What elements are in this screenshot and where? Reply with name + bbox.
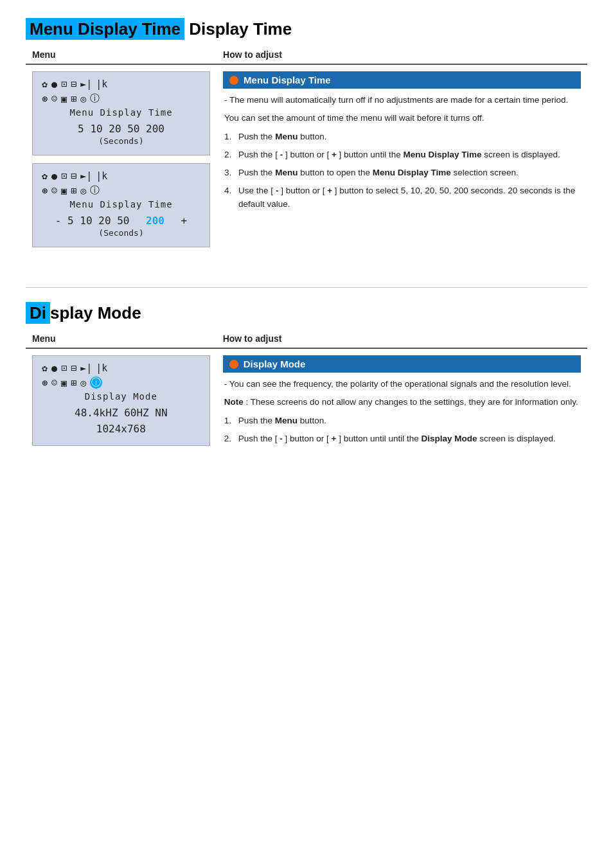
circle-icon: ● [51, 78, 57, 90]
pill-icon2: ▣ [61, 185, 67, 197]
sun-icon: ✿ [42, 78, 48, 90]
section1-title: Menu Display Time Display Time [26, 19, 587, 39]
section1-step4: 4. Use the [ - ] button or [ + ] button … [224, 184, 580, 211]
section1-monitor2-values: - 5 10 20 50 200 + [42, 215, 200, 227]
save-icon3: ⊟ [71, 362, 76, 374]
section2-how-text: - You can see the frequency, the polarit… [223, 378, 581, 445]
how-dot-icon2 [229, 360, 238, 369]
circle-icon2: ● [51, 170, 57, 182]
section2-desc1: - You can see the frequency, the polarit… [224, 378, 580, 391]
section2-how-title-text: Display Mode [244, 359, 306, 369]
section1-how-title-bar: Menu Display Time [223, 71, 581, 89]
step-text: Push the Menu button. [238, 414, 580, 427]
section1-monitor1: ✿ ● ⊡ ⊟ ►| |k ⊛ ☺ ▣ ⊞ ◎ [32, 71, 210, 155]
highlighted-value: 200 [146, 215, 164, 227]
section2-monitor1-icons1: ✿ ● ⊡ ⊟ ►| |k [42, 362, 200, 374]
step-text: Push the Menu button to open the Menu Di… [238, 166, 580, 179]
section1-how-col: Menu Display Time - The menu will automa… [217, 64, 587, 261]
section2-monitor1-icons2: ⊛ ☺ ▣ ⊞ ◎ ⓘ [42, 376, 200, 389]
box-icon2: ⊞ [71, 185, 76, 197]
section2-title: Display Mode [26, 303, 587, 323]
k-icon: |k [96, 78, 107, 90]
section1-title-highlight: Menu Display Time [26, 18, 184, 40]
arrow-icon3: ►| [80, 362, 92, 374]
section1-table: Menu How to adjust ✿ ● ⊡ ⊟ ►| |k [26, 46, 587, 261]
section1-title-rest: Display Time [184, 19, 292, 39]
info-icon3: ⓘ [90, 376, 102, 389]
section2-monitor1-line2: 1024x768 [42, 423, 200, 435]
section-divider [26, 287, 587, 288]
step-text: Push the [ - ] button or [ + ] button un… [238, 148, 580, 161]
section2-menu-col: ✿ ● ⊡ ⊟ ►| |k ⊛ ☺ ▣ ⊞ ◎ [26, 348, 217, 460]
info-icon2: ⓘ [90, 184, 100, 197]
arrow-icon2: ►| [80, 170, 92, 182]
section1-monitor2-unit: (Seconds) [42, 228, 200, 238]
step-text: Push the Menu button. [238, 130, 580, 143]
step-num: 3. [224, 166, 236, 179]
step-text: Use the [ - ] button or [ + ] button to … [238, 184, 580, 211]
section1-menu-col: ✿ ● ⊡ ⊟ ►| |k ⊛ ☺ ▣ ⊞ ◎ [26, 64, 217, 261]
face-icon2: ☺ [51, 185, 57, 197]
plant-icon3: ⊛ [42, 377, 48, 389]
section2: Display Mode Menu How to adjust ✿ ● ⊡ ⊟ [26, 303, 587, 460]
section1-monitor1-unit: (Seconds) [42, 136, 200, 146]
face-icon: ☺ [51, 93, 57, 105]
sun-icon2: ✿ [42, 170, 48, 182]
step-num: 1. [224, 130, 236, 143]
step-text: Push the [ - ] button or [ + ] button un… [238, 432, 580, 445]
section2-title-highlight: Di [26, 302, 50, 324]
section1-step2: 2. Push the [ - ] button or [ + ] button… [224, 148, 580, 161]
monitor-icon2: ⊡ [61, 170, 67, 182]
section1-monitor2-label: Menu Display Time [42, 199, 200, 209]
section1-desc2: You can set the amount of time the menu … [224, 112, 580, 125]
section2-table: Menu How to adjust ✿ ● ⊡ ⊟ ►| |k [26, 330, 587, 460]
minus-nav: - 5 10 20 50 [55, 215, 130, 227]
save-icon2: ⊟ [71, 170, 76, 182]
section1-step3: 3. Push the Menu button to open the Menu… [224, 166, 580, 179]
sun-icon3: ✿ [42, 362, 48, 374]
eye-icon2: ◎ [80, 185, 86, 197]
section1: Menu Display Time Display Time Menu How … [26, 19, 587, 261]
circle-icon3: ● [51, 362, 57, 374]
eye-icon3: ◎ [80, 377, 86, 389]
section2-note: Note : These screens do not allow any ch… [224, 396, 580, 409]
section2-menu-header: Menu [26, 330, 217, 348]
info-icon: ⓘ [90, 93, 100, 105]
step-num: 1. [224, 414, 236, 427]
section2-monitor1-label: Display Mode [42, 391, 200, 402]
plus-nav: + [181, 215, 188, 227]
section2-monitor1: ✿ ● ⊡ ⊟ ►| |k ⊛ ☺ ▣ ⊞ ◎ [32, 355, 210, 446]
step-num: 2. [224, 148, 236, 161]
plant-icon: ⊛ [42, 93, 48, 105]
arrow-icon: ►| [80, 78, 92, 90]
section2-how-col: Display Mode - You can see the frequency… [217, 348, 587, 460]
section2-how-title-bar: Display Mode [223, 355, 581, 373]
box-icon: ⊞ [71, 93, 76, 105]
section1-step1: 1. Push the Menu button. [224, 130, 580, 143]
k-icon3: |k [96, 362, 107, 374]
step-num: 2. [224, 432, 236, 445]
section1-how-text: - The menu will automatically turn off i… [223, 94, 581, 211]
section1-menu-header: Menu [26, 46, 217, 64]
section1-monitor2-icons2: ⊛ ☺ ▣ ⊞ ◎ ⓘ [42, 184, 200, 197]
section2-monitor1-line1: 48.4kHZ 60HZ NN [42, 407, 200, 419]
section1-monitor1-icons2: ⊛ ☺ ▣ ⊞ ◎ ⓘ [42, 93, 200, 105]
plant-icon2: ⊛ [42, 185, 48, 197]
section1-monitor1-icons1: ✿ ● ⊡ ⊟ ►| |k [42, 78, 200, 90]
step-num: 4. [224, 184, 236, 211]
how-dot-icon [229, 76, 238, 85]
pill-icon3: ▣ [61, 377, 67, 389]
section1-monitor2-icons1: ✿ ● ⊡ ⊟ ►| |k [42, 170, 200, 182]
section2-step1: 1. Push the Menu button. [224, 414, 580, 427]
eye-icon: ◎ [80, 93, 86, 105]
section1-monitor2: ✿ ● ⊡ ⊟ ►| |k ⊛ ☺ ▣ ⊞ ◎ [32, 163, 210, 247]
pill-icon: ▣ [61, 93, 67, 105]
section1-monitor1-values: 5 10 20 50 200 [42, 123, 200, 135]
section1-monitor1-label: Menu Display Time [42, 107, 200, 118]
section1-desc1: - The menu will automatically turn off i… [224, 94, 580, 107]
section1-how-header: How to adjust [217, 46, 587, 64]
face-icon3: ☺ [51, 377, 57, 389]
save-icon: ⊟ [71, 78, 76, 90]
section1-how-title-text: Menu Display Time [244, 75, 331, 85]
section2-how-header: How to adjust [217, 330, 587, 348]
